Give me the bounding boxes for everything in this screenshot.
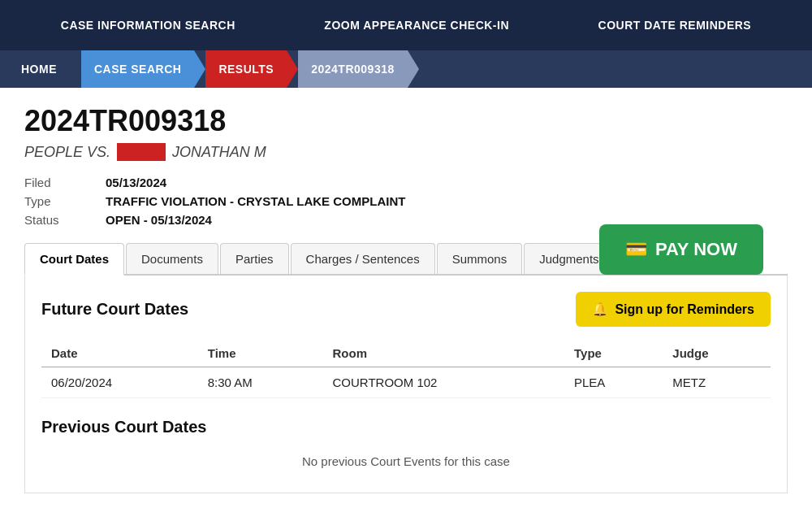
type-label: Type xyxy=(24,194,89,208)
table-row: 06/20/2024 8:30 AM COURTROOM 102 PLEA ME… xyxy=(41,367,771,398)
row-room: COURTROOM 102 xyxy=(323,367,564,398)
people-vs-label: PEOPLE VS. xyxy=(24,144,110,161)
reminder-btn-label: Sign up for Reminders xyxy=(615,302,754,317)
breadcrumb-case-search[interactable]: CASE SEARCH xyxy=(81,50,194,88)
case-info-grid: Filed 05/13/2024 Type TRAFFIC VIOLATION … xyxy=(24,176,788,227)
pay-now-button[interactable]: 💳 PAY NOW xyxy=(599,224,763,275)
case-subtitle: PEOPLE VS. JONATHAN M xyxy=(24,143,788,161)
filed-date: 05/13/2024 xyxy=(106,176,788,189)
row-date: 06/20/2024 xyxy=(41,367,198,398)
pay-now-icon: 💳 xyxy=(625,239,647,260)
tab-summons[interactable]: Summons xyxy=(437,243,523,274)
filed-label: Filed xyxy=(24,176,89,189)
nav-zoom-appearance-check-in[interactable]: ZOOM APPEARANCE CHECK-IN xyxy=(316,19,517,32)
tab-charges-sentences[interactable]: Charges / Sentences xyxy=(291,243,435,274)
case-number-title: 2024TR009318 xyxy=(24,104,788,138)
col-type: Type xyxy=(564,340,663,367)
col-time: Time xyxy=(198,340,323,367)
col-room: Room xyxy=(323,340,564,367)
tab-court-dates[interactable]: Court Dates xyxy=(24,243,124,276)
redacted-name xyxy=(117,143,166,161)
nav-case-information-search[interactable]: CASE INFORMATION SEARCH xyxy=(53,19,244,32)
future-court-dates-title: Future Court Dates xyxy=(41,300,188,319)
sign-up-reminders-button[interactable]: 🔔 Sign up for Reminders xyxy=(576,292,771,327)
row-time: 8:30 AM xyxy=(198,367,323,398)
future-court-dates-table: Date Time Room Type Judge 06/20/2024 8:3… xyxy=(41,340,771,398)
top-navigation: CASE INFORMATION SEARCH ZOOM APPEARANCE … xyxy=(0,0,812,50)
defendant-name: JONATHAN M xyxy=(172,144,266,161)
table-header-row: Date Time Room Type Judge xyxy=(41,340,771,367)
row-judge: METZ xyxy=(663,367,771,398)
breadcrumb-case-number[interactable]: 2024TR009318 xyxy=(298,50,408,88)
type-value: TRAFFIC VIOLATION - CRYSTAL LAKE COMPLAI… xyxy=(106,194,788,208)
breadcrumb-results[interactable]: RESULTS xyxy=(205,50,287,88)
bell-icon: 🔔 xyxy=(592,302,608,317)
breadcrumb-results-label: RESULTS xyxy=(218,63,274,76)
breadcrumb-case-search-label: CASE SEARCH xyxy=(94,63,181,76)
col-judge: Judge xyxy=(663,340,771,367)
breadcrumb-home-label: HOME xyxy=(21,63,57,76)
nav-court-date-reminders[interactable]: COURT DATE REMINDERS xyxy=(590,19,760,32)
court-dates-section: Future Court Dates 🔔 Sign up for Reminde… xyxy=(24,276,788,493)
status-label: Status xyxy=(24,213,89,227)
previous-court-dates-title: Previous Court Dates xyxy=(41,418,771,436)
breadcrumb-bar: HOME CASE SEARCH RESULTS 2024TR009318 xyxy=(0,50,812,88)
col-date: Date xyxy=(41,340,198,367)
tab-documents[interactable]: Documents xyxy=(126,243,218,274)
tab-parties[interactable]: Parties xyxy=(220,243,289,274)
row-type: PLEA xyxy=(564,367,663,398)
breadcrumb-home[interactable]: HOME xyxy=(8,50,70,88)
pay-now-label: PAY NOW xyxy=(655,239,737,260)
breadcrumb-case-number-label: 2024TR009318 xyxy=(311,63,395,76)
future-court-dates-header: Future Court Dates 🔔 Sign up for Reminde… xyxy=(41,292,771,327)
case-info-section: 2024TR009318 PEOPLE VS. JONATHAN M 💳 PAY… xyxy=(24,104,788,227)
no-previous-events-text: No previous Court Events for this case xyxy=(41,446,771,476)
main-content: 2024TR009318 PEOPLE VS. JONATHAN M 💳 PAY… xyxy=(0,88,812,508)
